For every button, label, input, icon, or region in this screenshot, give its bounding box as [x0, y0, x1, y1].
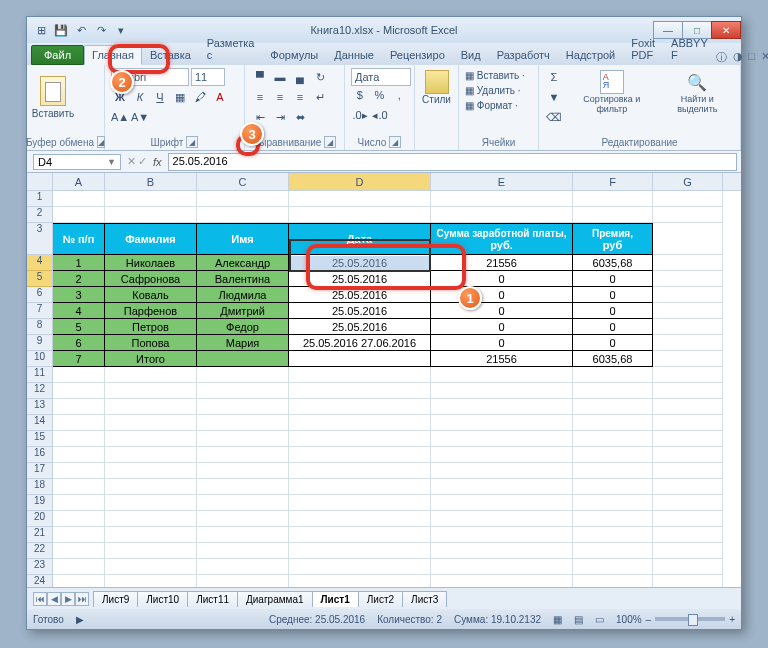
cell[interactable] [289, 575, 431, 587]
row-14[interactable]: 14 [27, 415, 52, 431]
cell[interactable] [53, 463, 105, 479]
col-A[interactable]: A [53, 173, 105, 190]
cell[interactable] [105, 527, 197, 543]
cell[interactable] [289, 511, 431, 527]
cell[interactable] [573, 207, 653, 223]
row-12[interactable]: 12 [27, 383, 52, 399]
cell[interactable] [573, 559, 653, 575]
undo-icon[interactable]: ↶ [73, 22, 89, 38]
sheet-nav-first[interactable]: ⏮ [33, 592, 47, 606]
table-cell[interactable]: 0 [431, 303, 573, 319]
zoom-in-button[interactable]: + [729, 614, 735, 625]
save-icon[interactable]: 💾 [53, 22, 69, 38]
cell[interactable] [53, 495, 105, 511]
dec-dec-button[interactable]: ◂.0 [371, 106, 389, 124]
autosum-button[interactable]: Σ [545, 68, 563, 86]
select-all-corner[interactable] [27, 173, 53, 191]
cell[interactable] [653, 495, 723, 511]
table-cell[interactable]: 7 [53, 351, 105, 367]
cell[interactable] [289, 479, 431, 495]
table-cell[interactable]: 6 [53, 335, 105, 351]
table-cell[interactable] [653, 335, 723, 351]
sheet-tab[interactable]: Лист3 [402, 591, 447, 607]
cell[interactable] [53, 559, 105, 575]
dec-inc-button[interactable]: .0▸ [351, 106, 369, 124]
cell[interactable] [653, 367, 723, 383]
table-cell[interactable]: Попова [105, 335, 197, 351]
cell[interactable] [105, 431, 197, 447]
tab-view[interactable]: Вид [453, 45, 489, 65]
table-cell[interactable] [653, 287, 723, 303]
header-cell[interactable] [653, 223, 723, 255]
align-left-button[interactable]: ≡ [251, 88, 269, 106]
font-color-button[interactable]: A [211, 88, 229, 106]
cell[interactable] [105, 575, 197, 587]
cell[interactable] [431, 575, 573, 587]
row-10[interactable]: 10 [27, 351, 52, 367]
table-cell[interactable]: 0 [431, 287, 573, 303]
table-cell[interactable]: Петров [105, 319, 197, 335]
row-17[interactable]: 17 [27, 463, 52, 479]
cancel-formula-icon[interactable]: ✕ [127, 155, 136, 168]
table-cell[interactable]: 21556 [431, 255, 573, 271]
table-cell[interactable]: 6035,68 [573, 351, 653, 367]
tab-abbyy[interactable]: ABBYY F [663, 33, 716, 65]
view-layout-icon[interactable]: ▤ [574, 614, 583, 625]
row-19[interactable]: 19 [27, 495, 52, 511]
cell[interactable] [653, 383, 723, 399]
ribbon-min-icon[interactable]: ◑ [733, 50, 743, 65]
table-cell[interactable] [653, 271, 723, 287]
fill-color-button[interactable]: 🖍 [191, 88, 209, 106]
cell[interactable] [431, 431, 573, 447]
table-cell[interactable] [653, 319, 723, 335]
sheet-tab[interactable]: Лист2 [358, 591, 403, 607]
table-cell[interactable]: 0 [573, 271, 653, 287]
insert-cells-button[interactable]: ▦ Вставить · [465, 68, 532, 83]
cell[interactable] [105, 415, 197, 431]
row-21[interactable]: 21 [27, 527, 52, 543]
header-cell[interactable]: № п/п [53, 223, 105, 255]
doc-close-icon[interactable]: ✕ [761, 50, 768, 65]
table-cell[interactable]: Сафронова [105, 271, 197, 287]
qat-more-icon[interactable]: ▾ [113, 22, 129, 38]
cell[interactable] [197, 447, 289, 463]
cell[interactable] [53, 399, 105, 415]
cell[interactable] [573, 527, 653, 543]
cell[interactable] [573, 383, 653, 399]
cell[interactable] [53, 431, 105, 447]
header-cell[interactable]: Дата [289, 223, 431, 255]
fill-button[interactable]: ▼ [545, 88, 563, 106]
table-cell[interactable]: 25.05.2016 27.06.2016 [289, 335, 431, 351]
orientation-button[interactable]: ↻ [311, 68, 329, 86]
table-cell[interactable]: 5 [53, 319, 105, 335]
row-9[interactable]: 9 [27, 335, 52, 351]
row-18[interactable]: 18 [27, 479, 52, 495]
col-E[interactable]: E [431, 173, 573, 190]
cell[interactable] [53, 447, 105, 463]
cell[interactable] [53, 479, 105, 495]
cell[interactable] [653, 511, 723, 527]
cell[interactable] [289, 207, 431, 223]
cell[interactable] [105, 191, 197, 207]
table-cell[interactable]: Валентина [197, 271, 289, 287]
row-3[interactable]: 3 [27, 223, 52, 255]
cell[interactable] [105, 543, 197, 559]
cell[interactable] [573, 415, 653, 431]
cell[interactable] [53, 367, 105, 383]
cell[interactable] [431, 527, 573, 543]
tab-review[interactable]: Рецензиро [382, 45, 453, 65]
header-cell[interactable]: Фамилия [105, 223, 197, 255]
cell[interactable] [653, 191, 723, 207]
tab-foxit[interactable]: Foxit PDF [623, 33, 663, 65]
column-headers[interactable]: A B C D E F G [53, 173, 741, 191]
cell[interactable] [105, 399, 197, 415]
cell[interactable] [573, 191, 653, 207]
row-6[interactable]: 6 [27, 287, 52, 303]
cell[interactable] [431, 495, 573, 511]
cell[interactable] [573, 431, 653, 447]
align-top-button[interactable]: ▀ [251, 68, 269, 86]
tab-data[interactable]: Данные [326, 45, 382, 65]
cell[interactable] [105, 367, 197, 383]
row-5[interactable]: 5 [27, 271, 52, 287]
tab-page-layout[interactable]: Разметка с [199, 33, 263, 65]
